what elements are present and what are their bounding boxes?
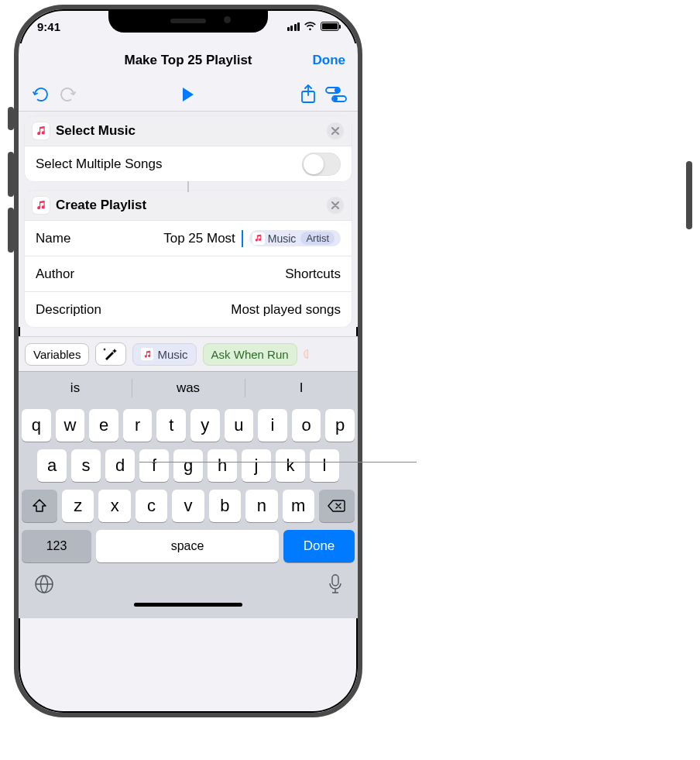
editor-content: Select Music Select Multiple Songs [19,112,358,327]
name-field[interactable]: Top 25 Most Music Artist [163,230,341,247]
text-cursor [242,230,243,247]
action-title: Select Music [56,123,321,139]
variable-chip-music[interactable]: Music [132,343,196,366]
battery-icon [321,22,339,31]
volume-up [8,152,14,197]
redo-button[interactable] [54,81,82,108]
key-c[interactable]: c [136,490,167,522]
remove-action-button[interactable] [327,197,344,214]
prediction[interactable]: is [19,372,132,404]
key-y[interactable]: y [190,409,220,442]
key-q[interactable]: q [22,409,51,442]
variable-bar: Variables Music Ask When Run [19,336,358,372]
key-f[interactable]: f [139,449,169,482]
key-z[interactable]: z [62,490,94,522]
toolbar [19,77,358,112]
svg-rect-6 [332,575,338,586]
music-app-icon [33,122,50,139]
key-m[interactable]: m [283,490,314,522]
key-r[interactable]: r [123,409,153,442]
key-d[interactable]: d [105,449,135,482]
svg-point-4 [333,96,338,101]
key-o[interactable]: o [292,409,321,442]
keyboard: q w e r t y u i o p a s d f g h j k l [19,404,358,569]
predictive-bar: is was I [19,372,358,404]
variable-chip-ask-when-run[interactable]: Ask When Run [203,343,297,366]
nav-header: Make Top 25 Playlist Done [19,43,358,77]
mic-icon[interactable] [328,574,342,597]
key-numbers[interactable]: 123 [22,530,91,562]
action-title: Create Playlist [56,198,321,213]
key-t[interactable]: t [156,409,186,442]
prediction[interactable]: I [245,372,358,404]
key-k[interactable]: k [276,449,305,482]
key-x[interactable]: x [98,490,130,522]
author-label: Author [36,267,74,282]
action-select-music: Select Music Select Multiple Songs [25,116,352,181]
variable-name: Music [268,232,297,245]
variable-subproperty: Artist [300,232,335,245]
key-n[interactable]: n [245,490,277,522]
variable-pill-music[interactable]: Music Artist [249,230,341,246]
home-indicator[interactable] [134,603,242,607]
globe-icon[interactable] [34,574,54,597]
settings-toggle-button[interactable] [322,81,350,108]
undo-button[interactable] [26,81,54,108]
key-w[interactable]: w [56,409,85,442]
key-s[interactable]: s [71,449,101,482]
key-e[interactable]: e [89,409,118,442]
name-text: Top 25 Most [163,231,235,246]
key-a[interactable]: a [37,449,67,482]
keyboard-bottom-row [19,569,358,600]
mute-switch [8,107,14,130]
phone-frame: 9:41 Make Top 25 Playlist Done [14,5,362,717]
key-shift[interactable] [22,490,57,522]
page-title: Make Top 25 Playlist [124,53,252,68]
key-backspace[interactable] [319,490,355,522]
key-l[interactable]: l [310,449,339,482]
select-multiple-toggle[interactable] [302,153,341,176]
key-v[interactable]: v [172,490,204,522]
share-button[interactable] [294,81,322,108]
wifi-icon [304,22,317,31]
svg-point-2 [335,88,339,92]
notch [108,9,268,33]
magic-wand-button[interactable] [95,342,126,366]
key-h[interactable]: h [208,449,237,482]
music-note-icon [252,232,265,245]
key-b[interactable]: b [209,490,241,522]
music-app-icon [33,197,50,214]
key-p[interactable]: p [325,409,355,442]
name-label: Name [36,231,70,246]
select-multiple-label: Select Multiple Songs [36,156,162,172]
volume-down [8,208,14,253]
key-u[interactable]: u [225,409,254,442]
variable-chip-overflow[interactable] [304,349,308,359]
description-field[interactable]: Most played songs [231,302,341,318]
power-button [686,161,692,229]
play-button[interactable] [174,81,202,108]
author-field[interactable]: Shortcuts [285,267,341,282]
action-connector [25,181,352,191]
status-time: 9:41 [37,20,60,33]
done-button[interactable]: Done [313,53,346,68]
home-indicator-area [19,600,358,618]
callout-leader-line [139,462,417,463]
key-j[interactable]: j [242,449,271,482]
remove-action-button[interactable] [327,122,344,139]
chip-label: Music [157,348,187,361]
key-g[interactable]: g [173,449,203,482]
cellular-icon [287,22,300,31]
key-done[interactable]: Done [283,530,355,562]
key-i[interactable]: i [258,409,287,442]
action-create-playlist: Create Playlist Name Top 25 Most Music [25,191,352,327]
description-label: Description [36,302,101,318]
key-space[interactable]: space [96,530,279,562]
prediction[interactable]: was [132,372,245,404]
music-note-icon [141,348,153,360]
variables-button[interactable]: Variables [25,343,89,366]
